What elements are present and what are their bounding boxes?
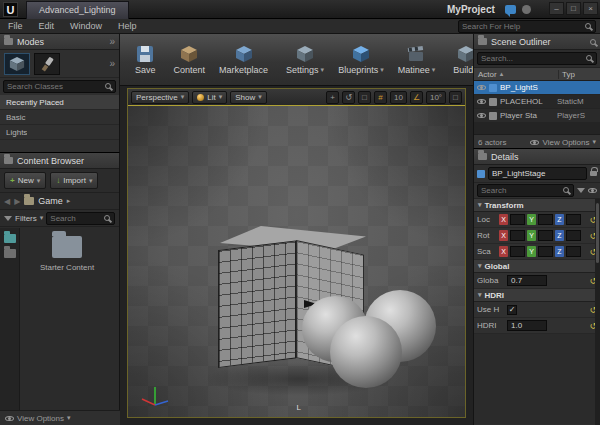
asset-tile-starter-content[interactable]: Starter Content: [32, 236, 102, 272]
angle-snap-button[interactable]: ∠: [410, 91, 423, 104]
modes-item-lights[interactable]: Lights: [0, 125, 119, 140]
chevron-double-icon[interactable]: »: [109, 37, 115, 47]
viewport[interactable]: Perspective ▾ Lit ▾ Show ▾ + ↺ □ # 10 ∠ …: [127, 88, 466, 418]
visibility-eye-icon[interactable]: [477, 85, 486, 90]
outliner-row-bp-lightstage[interactable]: BP_LightS: [474, 81, 600, 95]
forward-icon[interactable]: ▶: [14, 197, 20, 206]
marketplace-button[interactable]: Marketplace: [212, 34, 275, 85]
column-type[interactable]: Typ: [558, 70, 600, 79]
chevron-down-icon: ▾: [321, 66, 325, 74]
content-icon: [179, 45, 199, 63]
perspective-label: Perspective: [136, 93, 178, 102]
menu-help[interactable]: Help: [110, 21, 145, 31]
global-value-field[interactable]: 0.7: [507, 275, 547, 286]
outliner-search-input[interactable]: [477, 52, 597, 65]
paint-brush-icon: [39, 56, 55, 72]
use-hdri-checkbox[interactable]: ✓: [507, 305, 517, 315]
chevron-down-icon[interactable]: ▾: [592, 138, 596, 146]
translate-tool-button[interactable]: +: [326, 91, 339, 104]
section-global[interactable]: ▾ Global: [474, 260, 600, 273]
reflection-cube[interactable]: [218, 242, 378, 392]
maximize-button[interactable]: □: [566, 2, 581, 15]
modes-item-recently-placed[interactable]: Recently Placed: [0, 95, 119, 110]
content-browser-assets[interactable]: Starter Content: [20, 228, 120, 410]
filters-label[interactable]: Filters: [15, 214, 37, 223]
minimize-button[interactable]: –: [549, 2, 564, 15]
feedback-icon[interactable]: [505, 5, 516, 14]
chrome-sphere[interactable]: [330, 316, 402, 388]
rotate-tool-button[interactable]: ↺: [342, 91, 355, 104]
section-transform[interactable]: ▾ Transform: [474, 199, 600, 212]
lock-icon[interactable]: [590, 171, 597, 176]
visibility-eye-icon[interactable]: [477, 99, 486, 104]
menu-edit[interactable]: Edit: [31, 21, 63, 31]
scene-outliner-header[interactable]: Scene Outliner: [474, 34, 600, 50]
breadcrumb-arrow-icon[interactable]: ▸: [67, 197, 71, 205]
scale-z-field[interactable]: [566, 246, 581, 257]
search-classes-input[interactable]: [3, 80, 116, 93]
import-button[interactable]: ↓ Import ▾: [50, 172, 98, 189]
content-browser-header[interactable]: Content Browser: [0, 153, 119, 169]
details-scrollbar[interactable]: [595, 199, 600, 425]
hdri-value-field[interactable]: 1.0: [507, 320, 547, 331]
show-button[interactable]: Show ▾: [230, 91, 267, 104]
blueprints-button[interactable]: Blueprints▾: [331, 34, 391, 85]
help-search-input[interactable]: [458, 20, 596, 33]
folder-icon[interactable]: [4, 249, 16, 258]
scale-tool-button[interactable]: □: [358, 91, 371, 104]
eye-icon[interactable]: [588, 188, 597, 193]
angle-snap-value[interactable]: 10°: [426, 91, 446, 104]
matinee-button[interactable]: Matinee▾: [391, 34, 443, 85]
visibility-eye-icon[interactable]: [477, 113, 486, 118]
actor-name-field[interactable]: BP_LightStage: [488, 167, 587, 180]
rotation-y-field[interactable]: [538, 230, 553, 241]
breadcrumb[interactable]: Game: [38, 196, 63, 206]
menu-file[interactable]: File: [0, 21, 31, 31]
view-options-button[interactable]: View Options: [17, 414, 64, 423]
level-tab[interactable]: Advanced_Lighting: [26, 1, 129, 19]
maximize-viewport-button[interactable]: □: [449, 91, 462, 104]
modes-header[interactable]: Modes »: [0, 34, 119, 50]
content-browser-footer: View Options ▾: [0, 410, 120, 425]
grid-snap-value[interactable]: 10: [390, 91, 407, 104]
back-icon[interactable]: ◀: [4, 197, 10, 206]
content-browser-toolbar: + New ▾ ↓ Import ▾: [0, 169, 119, 193]
account-icon[interactable]: [522, 5, 531, 14]
view-options-button[interactable]: View Options: [542, 138, 589, 147]
filter-icon[interactable]: [577, 188, 585, 193]
location-y-field[interactable]: [538, 214, 553, 225]
column-actor[interactable]: Actor ▴: [474, 70, 558, 79]
transform-row-scale: Sca X Y Z ↺: [474, 244, 600, 260]
location-z-field[interactable]: [566, 214, 581, 225]
menu-window[interactable]: Window: [62, 21, 110, 31]
settings-button[interactable]: Settings▾: [279, 34, 331, 85]
perspective-button[interactable]: Perspective ▾: [131, 91, 189, 104]
outliner-row-placeholder[interactable]: PLACEHOL StaticM: [474, 95, 600, 109]
chevron-down-icon[interactable]: ▾: [40, 214, 44, 222]
details-header[interactable]: Details: [474, 149, 600, 165]
build-label: Build: [453, 65, 473, 75]
close-button[interactable]: ×: [583, 2, 598, 15]
collection-folder-icon[interactable]: [4, 234, 16, 243]
details-search-input[interactable]: [477, 184, 574, 197]
rotation-x-field[interactable]: [510, 230, 525, 241]
lit-button[interactable]: Lit ▾: [192, 91, 227, 104]
scale-y-field[interactable]: [538, 246, 553, 257]
outliner-row-playerstart[interactable]: Player Sta PlayerS: [474, 109, 600, 123]
chevron-double-icon[interactable]: »: [109, 59, 115, 69]
new-button[interactable]: + New ▾: [4, 172, 46, 189]
content-button[interactable]: Content: [167, 34, 213, 85]
location-x-field[interactable]: [510, 214, 525, 225]
grid-snap-button[interactable]: #: [374, 91, 387, 104]
viewport-scene[interactable]: L: [128, 106, 465, 417]
section-hdri[interactable]: ▾ HDRI: [474, 289, 600, 302]
eye-icon: [5, 416, 14, 421]
modes-item-basic[interactable]: Basic: [0, 110, 119, 125]
place-mode-button[interactable]: [4, 53, 30, 75]
search-icon[interactable]: [590, 39, 596, 45]
rotation-z-field[interactable]: [566, 230, 581, 241]
chevron-down-icon[interactable]: ▾: [67, 414, 71, 422]
scale-x-field[interactable]: [510, 246, 525, 257]
paint-mode-button[interactable]: [34, 53, 60, 75]
save-button[interactable]: Save: [128, 34, 163, 85]
